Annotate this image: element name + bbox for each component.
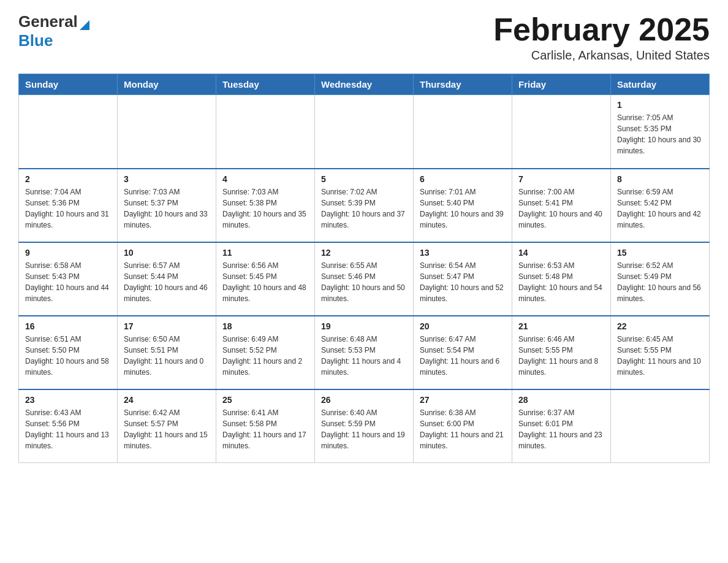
day-info: Sunrise: 7:03 AMSunset: 5:37 PMDaylight:…: [124, 186, 210, 231]
calendar-day-cell: 5Sunrise: 7:02 AMSunset: 5:39 PMDaylight…: [315, 169, 414, 242]
day-info: Sunrise: 6:43 AMSunset: 5:56 PMDaylight:…: [25, 407, 111, 451]
day-info: Sunrise: 6:38 AMSunset: 6:00 PMDaylight:…: [420, 407, 506, 451]
calendar-day-cell: 17Sunrise: 6:50 AMSunset: 5:51 PMDayligh…: [118, 316, 216, 389]
day-info: Sunrise: 6:40 AMSunset: 5:59 PMDaylight:…: [321, 407, 407, 451]
calendar-day-cell: 1Sunrise: 7:05 AMSunset: 5:35 PMDaylight…: [611, 95, 710, 169]
calendar-day-cell: 16Sunrise: 6:51 AMSunset: 5:50 PMDayligh…: [19, 316, 118, 389]
day-number: 16: [25, 321, 111, 331]
day-info: Sunrise: 7:03 AMSunset: 5:38 PMDaylight:…: [222, 186, 308, 231]
calendar-day-cell: 3Sunrise: 7:03 AMSunset: 5:37 PMDaylight…: [118, 169, 216, 242]
logo: General Blue: [18, 12, 89, 50]
day-info: Sunrise: 7:00 AMSunset: 5:41 PMDaylight:…: [518, 186, 604, 231]
calendar-day-cell: 11Sunrise: 6:56 AMSunset: 5:45 PMDayligh…: [216, 242, 315, 316]
day-info: Sunrise: 6:59 AMSunset: 5:42 PMDaylight:…: [617, 186, 703, 231]
calendar-week-row: 2Sunrise: 7:04 AMSunset: 5:36 PMDaylight…: [19, 169, 710, 242]
calendar-day-cell: 25Sunrise: 6:41 AMSunset: 5:58 PMDayligh…: [216, 389, 315, 463]
calendar-day-cell: [414, 95, 512, 169]
day-number: 6: [420, 174, 506, 184]
calendar-day-cell: [512, 95, 611, 169]
day-number: 17: [124, 321, 210, 331]
calendar-day-cell: 6Sunrise: 7:01 AMSunset: 5:40 PMDaylight…: [414, 169, 512, 242]
day-info: Sunrise: 6:49 AMSunset: 5:52 PMDaylight:…: [222, 334, 308, 378]
calendar-table: SundayMondayTuesdayWednesdayThursdayFrid…: [18, 74, 710, 463]
weekday-header-saturday: Saturday: [611, 74, 710, 95]
calendar-day-cell: 4Sunrise: 7:03 AMSunset: 5:38 PMDaylight…: [216, 169, 315, 242]
day-info: Sunrise: 6:47 AMSunset: 5:54 PMDaylight:…: [420, 334, 506, 378]
weekday-header-monday: Monday: [118, 74, 216, 95]
calendar-day-cell: 27Sunrise: 6:38 AMSunset: 6:00 PMDayligh…: [414, 389, 512, 463]
day-number: 24: [124, 395, 210, 405]
calendar-day-cell: 26Sunrise: 6:40 AMSunset: 5:59 PMDayligh…: [315, 389, 414, 463]
day-number: 15: [617, 248, 703, 258]
day-info: Sunrise: 6:37 AMSunset: 6:01 PMDaylight:…: [518, 407, 604, 451]
calendar-week-row: 16Sunrise: 6:51 AMSunset: 5:50 PMDayligh…: [19, 316, 710, 389]
day-number: 14: [518, 248, 604, 258]
day-info: Sunrise: 6:41 AMSunset: 5:58 PMDaylight:…: [222, 407, 308, 451]
day-number: 11: [222, 248, 308, 258]
day-info: Sunrise: 6:45 AMSunset: 5:55 PMDaylight:…: [617, 334, 703, 378]
day-info: Sunrise: 6:55 AMSunset: 5:46 PMDaylight:…: [321, 260, 407, 304]
day-number: 5: [321, 174, 407, 184]
calendar-day-cell: [118, 95, 216, 169]
weekday-header-friday: Friday: [512, 74, 611, 95]
weekday-header-tuesday: Tuesday: [216, 74, 315, 95]
day-info: Sunrise: 6:54 AMSunset: 5:47 PMDaylight:…: [420, 260, 506, 304]
day-info: Sunrise: 7:05 AMSunset: 5:35 PMDaylight:…: [617, 112, 703, 156]
day-number: 13: [420, 248, 506, 258]
day-info: Sunrise: 7:01 AMSunset: 5:40 PMDaylight:…: [420, 186, 506, 231]
calendar-day-cell: 9Sunrise: 6:58 AMSunset: 5:43 PMDaylight…: [19, 242, 118, 316]
calendar-day-cell: 13Sunrise: 6:54 AMSunset: 5:47 PMDayligh…: [414, 242, 512, 316]
title-block: February 2025 Carlisle, Arkansas, United…: [493, 12, 710, 63]
calendar-day-cell: [315, 95, 414, 169]
day-number: 27: [420, 395, 506, 405]
logo-general-text: General: [18, 12, 78, 31]
day-number: 23: [25, 395, 111, 405]
day-info: Sunrise: 6:48 AMSunset: 5:53 PMDaylight:…: [321, 334, 407, 378]
day-number: 18: [222, 321, 308, 331]
day-info: Sunrise: 7:02 AMSunset: 5:39 PMDaylight:…: [321, 186, 407, 231]
day-number: 2: [25, 174, 111, 184]
day-number: 9: [25, 248, 111, 258]
day-number: 4: [222, 174, 308, 184]
calendar-day-cell: 14Sunrise: 6:53 AMSunset: 5:48 PMDayligh…: [512, 242, 611, 316]
day-number: 19: [321, 321, 407, 331]
calendar-day-cell: 10Sunrise: 6:57 AMSunset: 5:44 PMDayligh…: [118, 242, 216, 316]
weekday-header-thursday: Thursday: [414, 74, 512, 95]
day-number: 20: [420, 321, 506, 331]
calendar-day-cell: 24Sunrise: 6:42 AMSunset: 5:57 PMDayligh…: [118, 389, 216, 463]
day-number: 25: [222, 395, 308, 405]
day-number: 21: [518, 321, 604, 331]
day-number: 3: [124, 174, 210, 184]
page-header: General Blue February 2025 Carlisle, Ark…: [18, 12, 710, 63]
day-number: 10: [124, 248, 210, 258]
day-info: Sunrise: 7:04 AMSunset: 5:36 PMDaylight:…: [25, 186, 111, 231]
calendar-day-cell: 21Sunrise: 6:46 AMSunset: 5:55 PMDayligh…: [512, 316, 611, 389]
calendar-day-cell: [216, 95, 315, 169]
day-info: Sunrise: 6:50 AMSunset: 5:51 PMDaylight:…: [124, 334, 210, 378]
calendar-day-cell: 2Sunrise: 7:04 AMSunset: 5:36 PMDaylight…: [19, 169, 118, 242]
calendar-day-cell: 23Sunrise: 6:43 AMSunset: 5:56 PMDayligh…: [19, 389, 118, 463]
calendar-day-cell: 8Sunrise: 6:59 AMSunset: 5:42 PMDaylight…: [611, 169, 710, 242]
calendar-day-cell: 18Sunrise: 6:49 AMSunset: 5:52 PMDayligh…: [216, 316, 315, 389]
calendar-day-cell: 28Sunrise: 6:37 AMSunset: 6:01 PMDayligh…: [512, 389, 611, 463]
day-number: 7: [518, 174, 604, 184]
calendar-week-row: 9Sunrise: 6:58 AMSunset: 5:43 PMDaylight…: [19, 242, 710, 316]
day-number: 26: [321, 395, 407, 405]
day-info: Sunrise: 6:42 AMSunset: 5:57 PMDaylight:…: [124, 407, 210, 451]
calendar-day-cell: 15Sunrise: 6:52 AMSunset: 5:49 PMDayligh…: [611, 242, 710, 316]
day-info: Sunrise: 6:56 AMSunset: 5:45 PMDaylight:…: [222, 260, 308, 304]
logo-blue-text: Blue: [18, 31, 53, 50]
day-number: 28: [518, 395, 604, 405]
calendar-day-cell: 19Sunrise: 6:48 AMSunset: 5:53 PMDayligh…: [315, 316, 414, 389]
day-number: 1: [617, 100, 703, 110]
logo-arrow-icon: [80, 20, 89, 30]
location-text: Carlisle, Arkansas, United States: [493, 48, 710, 63]
calendar-day-cell: [611, 389, 710, 463]
calendar-day-cell: 22Sunrise: 6:45 AMSunset: 5:55 PMDayligh…: [611, 316, 710, 389]
day-info: Sunrise: 6:57 AMSunset: 5:44 PMDaylight:…: [124, 260, 210, 304]
calendar-day-cell: 20Sunrise: 6:47 AMSunset: 5:54 PMDayligh…: [414, 316, 512, 389]
day-info: Sunrise: 6:53 AMSunset: 5:48 PMDaylight:…: [518, 260, 604, 304]
calendar-week-row: 23Sunrise: 6:43 AMSunset: 5:56 PMDayligh…: [19, 389, 710, 463]
weekday-header-wednesday: Wednesday: [315, 74, 414, 95]
weekday-header-sunday: Sunday: [19, 74, 118, 95]
